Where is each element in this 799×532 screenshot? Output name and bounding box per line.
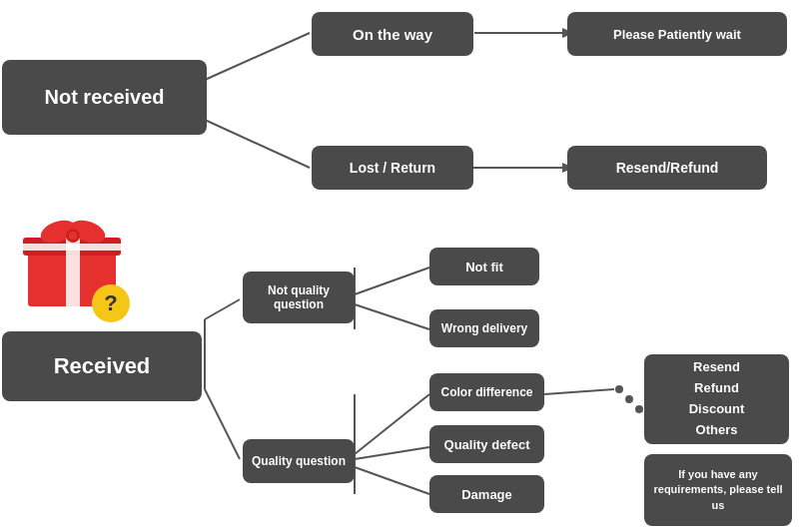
color-difference-node: Color difference — [429, 373, 544, 411]
svg-line-16 — [355, 447, 429, 459]
damage-node: Damage — [429, 475, 544, 513]
not-received-node: Not received — [2, 60, 207, 135]
resend-refund-options-node: ResendRefundDiscountOthers — [644, 354, 789, 444]
resend-refund-options-text: ResendRefundDiscountOthers — [689, 357, 745, 440]
not-quality-question-node: Not quality question — [243, 271, 355, 323]
svg-point-21 — [635, 405, 643, 413]
svg-line-3 — [205, 120, 310, 168]
lost-return-node: Lost / Return — [312, 146, 473, 190]
quality-question-node: Quality question — [243, 439, 355, 483]
svg-line-17 — [355, 467, 429, 494]
svg-line-13 — [355, 304, 429, 329]
received-node: Received — [2, 331, 202, 401]
svg-line-22 — [544, 389, 614, 394]
resend-refund-top-node: Resend/Refund — [567, 146, 767, 190]
please-wait-node: Please Patiently wait — [567, 12, 787, 56]
question-mark-badge: ? — [92, 284, 130, 322]
quality-defect-node: Quality defect — [429, 425, 544, 463]
not-fit-node: Not fit — [429, 248, 539, 285]
svg-line-10 — [205, 389, 240, 459]
svg-rect-26 — [23, 244, 121, 251]
svg-point-20 — [625, 395, 633, 403]
svg-point-30 — [69, 232, 77, 240]
svg-line-8 — [205, 299, 240, 319]
on-the-way-node: On the way — [312, 12, 473, 56]
svg-point-19 — [615, 385, 623, 393]
svg-line-0 — [205, 33, 310, 80]
wrong-delivery-node: Wrong delivery — [429, 309, 539, 347]
flowchart-diagram: Not received On the way Please Patiently… — [0, 0, 799, 532]
requirements-node: If you have any requirements, please tel… — [644, 454, 792, 526]
svg-line-12 — [355, 267, 429, 294]
svg-line-15 — [355, 394, 429, 454]
